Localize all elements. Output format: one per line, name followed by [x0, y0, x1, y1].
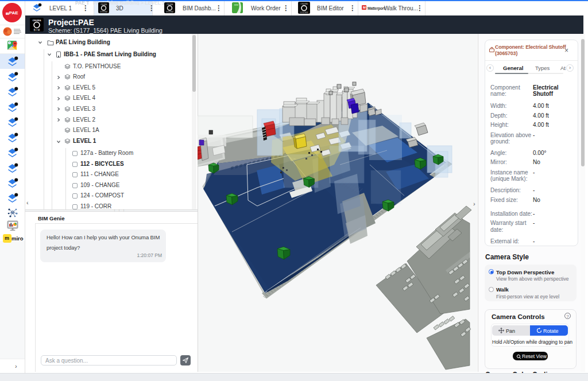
svg-text:ONUMA: ONUMA [100, 3, 107, 6]
svg-text:B I M: B I M [34, 29, 40, 32]
svg-text:ONUMA: ONUMA [167, 3, 173, 6]
svg-text:G: G [9, 41, 10, 44]
svg-text:SYSTEM: SYSTEM [100, 11, 107, 13]
svg-text:ONUMA: ONUMA [300, 3, 308, 5]
svg-text:SYSTEM: SYSTEM [166, 11, 173, 13]
svg-text:ONUMA: ONUMA [32, 19, 41, 22]
svg-text:SYSTEM: SYSTEM [300, 11, 308, 14]
svg-text:BIM: BIM [234, 3, 238, 6]
